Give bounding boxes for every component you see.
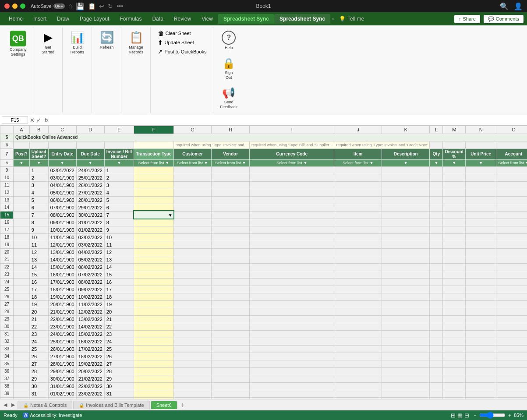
table-row: 38 30 31/01/1900 22/02/2022 30 — [0, 382, 527, 390]
clear-sheet-button[interactable]: 🗑 Clear Sheet — [155, 29, 209, 38]
tab-spreadsheet-sync-2[interactable]: Spreadsheet Sync — [274, 14, 330, 24]
sheet-tab-invoices[interactable]: 🔒 Invoices and Bills Template — [73, 401, 149, 409]
build-reports-label: BuildReports — [71, 45, 85, 55]
post-to-quickbooks-button[interactable]: ↗ Post to QuickBooks — [155, 47, 209, 56]
tab-formulas[interactable]: Formulas — [114, 14, 147, 24]
help-button[interactable]: ? Help — [218, 29, 239, 52]
tab-home[interactable]: Home — [4, 14, 28, 24]
header-vendor: Vendor — [212, 148, 250, 159]
filter-currency[interactable]: ▼ — [303, 161, 307, 165]
filter-vendor[interactable]: ▼ — [242, 161, 246, 165]
filter-discount[interactable]: ▼ — [452, 161, 456, 165]
accessibility-label: Accessibility: Investigate — [30, 413, 82, 418]
filter-qty[interactable]: ▼ — [434, 161, 438, 165]
close-button[interactable] — [4, 4, 10, 9]
col-e-header[interactable]: E — [104, 126, 134, 134]
tell-me-button[interactable]: 💡 Tell me — [339, 16, 364, 22]
filter-account[interactable]: ▼ — [525, 161, 527, 165]
col-f-header[interactable]: F — [134, 126, 174, 134]
manage-records-button[interactable]: 📋 ManageRecords — [126, 29, 147, 56]
filter-unit-price[interactable]: ▼ — [479, 161, 483, 165]
tab-data[interactable]: Data — [147, 14, 168, 24]
col-l-header[interactable]: L — [430, 126, 443, 134]
sheet-tab-sheet6[interactable]: Sheet6 — [151, 401, 177, 409]
col-n-header[interactable]: N — [466, 126, 496, 134]
refresh-button[interactable]: 🔄 Refresh — [96, 29, 117, 52]
filter-customer[interactable]: ▼ — [204, 161, 208, 165]
build-reports-button[interactable]: 📊 BuildReports — [67, 29, 88, 56]
col-g-header[interactable]: G — [173, 126, 212, 134]
cell-reference-input[interactable] — [2, 116, 28, 124]
col-o-header[interactable]: O — [496, 126, 527, 134]
add-sheet-button[interactable]: + — [178, 400, 187, 410]
col-i-header[interactable]: I — [249, 126, 334, 134]
share-button[interactable]: ↑ Share — [454, 15, 480, 23]
qb-banner-cell: QuickBooks Online Advanced — [14, 134, 527, 141]
table-header-row: 7 Post? UploadSheet? Entry Date Due Date… — [0, 148, 527, 159]
redo-icon[interactable]: ↻ — [108, 3, 113, 10]
row-6-num: 6 — [0, 141, 14, 148]
table-row: 14 6 07/01/1900 29/01/2022 6 — [0, 204, 527, 211]
tab-draw[interactable]: Draw — [52, 14, 74, 24]
get-started-button[interactable]: ▶ GetStarted — [38, 29, 59, 56]
filter-post[interactable]: ▼ — [19, 161, 23, 165]
maximize-button[interactable] — [20, 4, 25, 9]
more-icon[interactable]: ••• — [117, 3, 123, 10]
home-icon[interactable]: ⌂ — [68, 2, 73, 10]
col-a-header[interactable]: A — [14, 126, 30, 134]
table-row: 24 16 17/01/1900 08/02/2022 16 — [0, 278, 527, 286]
zoom-out-icon[interactable]: － — [473, 412, 477, 419]
table-row: 17 9 10/01/1900 01/02/2022 9 — [0, 226, 527, 233]
dropdown-in-cell[interactable]: ▼ — [168, 212, 173, 217]
filter-transaction-type[interactable]: ▼ — [165, 161, 169, 165]
col-h-header[interactable]: H — [212, 126, 250, 134]
col-k-header[interactable]: K — [382, 126, 430, 134]
tab-page-layout[interactable]: Page Layout — [74, 14, 114, 24]
tab-review[interactable]: Review — [169, 14, 196, 24]
page-layout-icon[interactable]: ▤ — [457, 412, 463, 419]
filter-due-date[interactable]: ▼ — [88, 161, 92, 165]
zoom-in-icon[interactable]: ＋ — [507, 412, 512, 419]
send-feedback-button[interactable]: 📢 SendFeedback — [218, 85, 241, 111]
filter-invoice[interactable]: ▼ — [117, 161, 121, 165]
account-icon[interactable]: 👤 — [514, 2, 523, 11]
build-reports-icon: 📊 — [71, 31, 85, 44]
search-icon[interactable]: 🔍 — [500, 2, 509, 11]
col-j-header[interactable]: J — [334, 126, 382, 134]
undo-icon[interactable]: ↩ — [99, 3, 104, 10]
col-m-header[interactable]: M — [443, 126, 466, 134]
tab-spreadsheet-sync-1[interactable]: Spreadsheet Sync — [218, 14, 274, 24]
company-settings-button[interactable]: QB CompanySettings — [7, 29, 29, 59]
sheet-nav-left[interactable]: ◀ — [2, 401, 9, 409]
formula-input[interactable] — [52, 117, 525, 123]
normal-view-icon[interactable]: ⊞ — [451, 412, 456, 419]
comments-button[interactable]: 💬 Comments — [484, 15, 523, 23]
sheet-nav-right[interactable]: ▶ — [10, 401, 17, 409]
page-break-icon[interactable]: ⊟ — [464, 412, 469, 419]
spreadsheet[interactable]: A B C D E F G H I J K L M N O 5 QuickBoo… — [0, 126, 527, 420]
col-b-header[interactable]: B — [29, 126, 48, 134]
formula-confirm[interactable]: ✓ — [36, 117, 41, 124]
col-c-header[interactable]: C — [48, 126, 76, 134]
save-icon[interactable]: 💾 — [76, 2, 85, 11]
filter-item[interactable]: ▼ — [370, 161, 374, 165]
update-sheet-button[interactable]: ⬆ Update Sheet — [155, 38, 209, 47]
sheet-tab-notes-controls[interactable]: 🔒 Notes & Controls — [18, 401, 72, 409]
post-to-qb-icon: ↗ — [158, 48, 163, 55]
formula-cancel[interactable]: ✕ — [30, 117, 35, 124]
col-d-header[interactable]: D — [76, 126, 104, 134]
filter-upload[interactable]: ▼ — [37, 161, 41, 165]
autosave-toggle[interactable]: OFF — [53, 4, 65, 9]
window-controls[interactable] — [4, 4, 25, 9]
table-row: 28 20 21/01/1900 12/02/2022 20 — [0, 308, 527, 315]
filter-description[interactable]: ▼ — [404, 161, 408, 165]
tab-view[interactable]: View — [196, 14, 218, 24]
table-row: 33 25 26/01/1900 17/02/2022 25 — [0, 345, 527, 353]
filter-entry-date[interactable]: ▼ — [60, 161, 64, 165]
zoom-slider[interactable] — [479, 412, 506, 419]
sign-out-button[interactable]: 🔒 SignOut — [218, 56, 239, 82]
ribbon-group-build-reports: 📊 BuildReports — [64, 27, 92, 113]
tab-insert[interactable]: Insert — [28, 14, 52, 24]
clipboard-icon[interactable]: 📋 — [88, 3, 95, 10]
minimize-button[interactable] — [12, 4, 18, 9]
